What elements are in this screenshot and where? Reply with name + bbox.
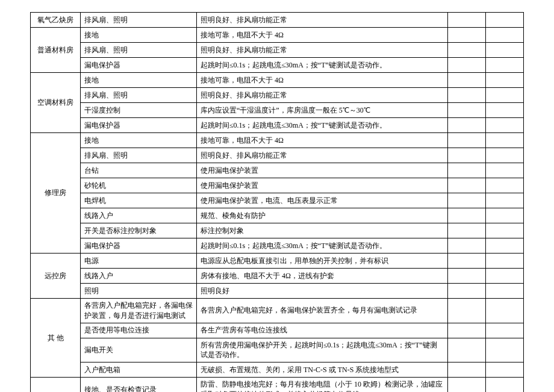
check-item: 各营房入户配电箱完好，各漏电保护装置，每月是否进行漏电测试 — [81, 299, 197, 323]
check-item: 漏电保护器 — [81, 238, 197, 254]
check-item: 开关是否标注控制对象 — [81, 223, 197, 238]
blank-col-1 — [448, 208, 486, 223]
check-item: 入户配电箱 — [81, 362, 197, 378]
table-row: 油罐区接地、是否有检查记录防雷、防静电接地完好；每月有接地电阻（小于 10 欧姆… — [31, 378, 524, 392]
check-item: 线路入户 — [81, 208, 197, 223]
table-row: 开关是否标注控制对象标注控制对象 — [31, 223, 524, 238]
table-row: 照明照明良好 — [31, 284, 524, 299]
blank-col-2 — [486, 58, 524, 73]
blank-col-2 — [486, 73, 524, 88]
blank-col-1 — [448, 13, 486, 28]
check-item: 照明 — [81, 284, 197, 299]
blank-col-2 — [486, 178, 524, 193]
standard: 起跳时间≤0.1s；起跳电流≤30mA；按“T”键测试是否动作。 — [197, 238, 448, 254]
standard: 无破损、布置规范、关闭，采用 TN-C-S 或 TN-S 系统接地型式 — [197, 362, 448, 378]
table-row: 漏电开关所有营房使用漏电保护开关，起跳时间≤0.1s；起跳电流≤30mA；按“T… — [31, 338, 524, 362]
check-item: 接地 — [81, 73, 197, 88]
blank-col-1 — [448, 73, 486, 88]
blank-col-1 — [448, 193, 486, 208]
blank-col-1 — [448, 362, 486, 378]
table-row: 其 他各营房入户配电箱完好，各漏电保护装置，每月是否进行漏电测试各营房入户配电箱… — [31, 299, 524, 323]
blank-col-1 — [448, 269, 486, 284]
table-row: 漏电保护器起跳时间≤0.1s；起跳电流≤30mA；按“T”键测试是否动作。 — [31, 118, 524, 133]
blank-col-1 — [448, 299, 486, 323]
blank-col-2 — [486, 238, 524, 254]
standard: 使用漏电保护装置 — [197, 163, 448, 178]
standard: 照明良好、排风扇功能正常 — [197, 43, 448, 58]
table-row: 台钻使用漏电保护装置 — [31, 163, 524, 178]
blank-col-2 — [486, 208, 524, 223]
check-item: 台钻 — [81, 163, 197, 178]
blank-col-1 — [448, 338, 486, 362]
standard: 库内应设置“干湿温度计”，库房温度一般在 5℃～30℃ — [197, 103, 448, 118]
check-item: 接地、是否有检查记录 — [81, 378, 197, 392]
blank-col-1 — [448, 178, 486, 193]
check-item: 漏电保护器 — [81, 58, 197, 73]
table-row: 排风扇、照明照明良好、排风扇功能正常 — [31, 148, 524, 163]
blank-col-2 — [486, 223, 524, 238]
table-row: 漏电保护器起跳时间≤0.1s；起跳电流≤30mA；按“T”键测试是否动作。 — [31, 58, 524, 73]
blank-col-1 — [448, 28, 486, 43]
standard: 接地可靠，电阻不大于 4Ω — [197, 28, 448, 43]
inspection-table: 氧气乙炔房排风扇、照明照明良好、排风扇功能正常普通材料房接地接地可靠，电阻不大于… — [30, 12, 524, 392]
table-row: 入户配电箱无破损、布置规范、关闭，采用 TN-C-S 或 TN-S 系统接地型式 — [31, 362, 524, 378]
standard: 接地可靠，电阻不大于 4Ω — [197, 133, 448, 148]
blank-col-1 — [448, 254, 486, 269]
blank-col-2 — [486, 28, 524, 43]
standard: 电源应从总配电板直接引出，用单独的开关控制，并有标识 — [197, 254, 448, 269]
standard: 各生产营房有等电位连接线 — [197, 323, 448, 338]
blank-col-2 — [486, 362, 524, 378]
blank-col-2 — [486, 269, 524, 284]
check-item: 排风扇、照明 — [81, 43, 197, 58]
standard: 照明良好、排风扇功能正常 — [197, 88, 448, 103]
blank-col-2 — [486, 338, 524, 362]
blank-col-2 — [486, 118, 524, 133]
blank-col-2 — [486, 133, 524, 148]
check-item: 是否使用等电位连接 — [81, 323, 197, 338]
blank-col-1 — [448, 88, 486, 103]
blank-col-1 — [448, 148, 486, 163]
blank-col-2 — [486, 323, 524, 338]
blank-col-2 — [486, 88, 524, 103]
standard: 照明良好、排风扇功能正常 — [197, 148, 448, 163]
blank-col-2 — [486, 378, 524, 392]
table-row: 远控房电源电源应从总配电板直接引出，用单独的开关控制，并有标识 — [31, 254, 524, 269]
blank-col-1 — [448, 118, 486, 133]
standard: 接地可靠，电阻不大于 4Ω — [197, 73, 448, 88]
standard: 照明良好、排风扇功能正常 — [197, 13, 448, 28]
blank-col-1 — [448, 323, 486, 338]
blank-col-1 — [448, 163, 486, 178]
table-row: 普通材料房接地接地可靠，电阻不大于 4Ω — [31, 28, 524, 43]
standard: 规范、棱角处有防护 — [197, 208, 448, 223]
blank-col-1 — [448, 103, 486, 118]
standard: 起跳时间≤0.1s；起跳电流≤30mA；按“T”键测试是否动作。 — [197, 118, 448, 133]
table-row: 电焊机使用漏电保护装置，电流、电压表显示正常 — [31, 193, 524, 208]
check-item: 砂轮机 — [81, 178, 197, 193]
blank-col-2 — [486, 299, 524, 323]
standard: 照明良好 — [197, 284, 448, 299]
table-row: 空调材料房接地接地可靠，电阻不大于 4Ω — [31, 73, 524, 88]
blank-col-1 — [448, 43, 486, 58]
check-item: 接地 — [81, 133, 197, 148]
check-item: 电源 — [81, 254, 197, 269]
standard: 使用漏电保护装置，电流、电压表显示正常 — [197, 193, 448, 208]
table-row: 线路入户规范、棱角处有防护 — [31, 208, 524, 223]
table-row: 氧气乙炔房排风扇、照明照明良好、排风扇功能正常 — [31, 13, 524, 28]
standard: 所有营房使用漏电保护开关，起跳时间≤0.1s；起跳电流≤30mA；按“T”键测试… — [197, 338, 448, 362]
table-row: 排风扇、照明照明良好、排风扇功能正常 — [31, 43, 524, 58]
section-name: 油罐区 — [31, 378, 81, 392]
blank-col-1 — [448, 223, 486, 238]
blank-col-1 — [448, 238, 486, 254]
standard: 防雷、防静电接地完好；每月有接地电阻（小于 10 欧姆）检测记录，油罐应采取对角… — [197, 378, 448, 392]
check-item: 漏电保护器 — [81, 118, 197, 133]
table-row: 修理房接地接地可靠，电阻不大于 4Ω — [31, 133, 524, 148]
blank-col-2 — [486, 193, 524, 208]
standard: 起跳时间≤0.1s；起跳电流≤30mA；按“T”键测试是否动作。 — [197, 58, 448, 73]
section-name: 氧气乙炔房 — [31, 13, 81, 28]
blank-col-1 — [448, 378, 486, 392]
check-item: 接地 — [81, 28, 197, 43]
blank-col-2 — [486, 13, 524, 28]
blank-col-2 — [486, 284, 524, 299]
standard: 房体有接地、电阻不大于 4Ω，进线有护套 — [197, 269, 448, 284]
blank-col-2 — [486, 254, 524, 269]
